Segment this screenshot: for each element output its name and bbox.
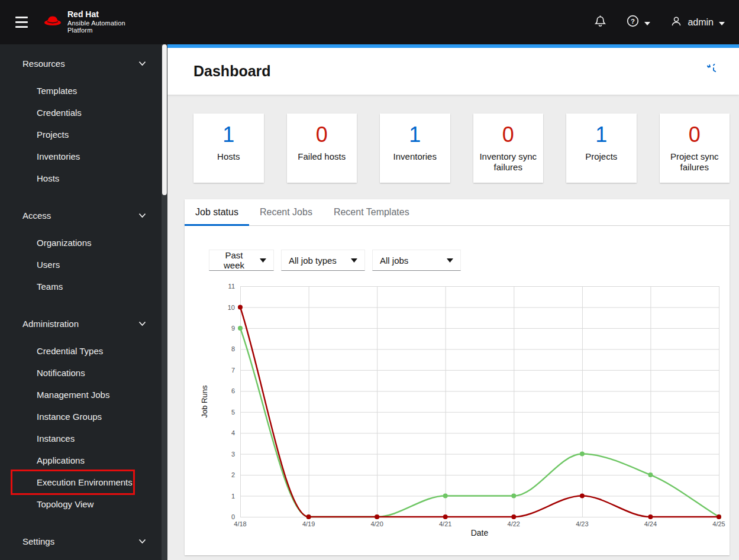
sidebar-item-teams[interactable]: Teams	[0, 276, 162, 297]
tab-job-status[interactable]: Job status	[185, 199, 249, 225]
tabs: Job statusRecent JobsRecent Templates	[185, 199, 730, 226]
series-line-successful-jobs	[240, 328, 719, 517]
sidebar-item-applications[interactable]: Applications	[0, 449, 162, 471]
tab-recent-jobs[interactable]: Recent Jobs	[249, 199, 323, 225]
help-dropdown[interactable]: ?	[627, 15, 650, 30]
sidebar-item-topology-view[interactable]: Topology View	[0, 493, 162, 515]
nav-section-title: Access	[22, 211, 51, 221]
chart-gridlines	[240, 286, 719, 517]
chevron-down-icon	[138, 321, 146, 326]
redhat-hat-icon	[43, 14, 62, 30]
stat-card-failed-hosts[interactable]: 0Failed hosts	[287, 114, 357, 183]
data-point-failed-jobs	[443, 514, 448, 519]
stat-value: 0	[292, 123, 353, 147]
stat-label: Inventory sync failures	[478, 151, 539, 174]
nav-section-access: AccessOrganizationsUsersTeams	[0, 202, 162, 297]
svg-text:4: 4	[231, 429, 235, 436]
stat-card-inventories[interactable]: 1Inventories	[380, 114, 450, 183]
history-button[interactable]	[707, 64, 720, 79]
filter-selected-value: All jobs	[380, 255, 408, 266]
stat-value: 1	[385, 123, 446, 147]
masthead-tools: ? admin	[594, 15, 725, 30]
bell-icon	[594, 15, 606, 30]
stat-card-hosts[interactable]: 1Hosts	[193, 114, 264, 183]
sidebar-item-instance-groups[interactable]: Instance Groups	[0, 406, 162, 428]
data-point-failed-jobs	[717, 514, 721, 519]
sidebar-scrollbar[interactable]	[162, 44, 167, 560]
svg-text:3: 3	[231, 451, 235, 458]
stat-label: Project sync failures	[664, 151, 725, 174]
sidebar-item-label: Management Jobs	[37, 390, 109, 400]
sidebar-item-label: Hosts	[37, 173, 59, 183]
svg-text:0: 0	[231, 513, 235, 520]
svg-text:?: ?	[631, 18, 635, 25]
nav-expand-settings[interactable]: Settings	[0, 528, 162, 554]
sidebar-item-label: Notifications	[37, 368, 85, 378]
chevron-down-icon	[138, 539, 146, 544]
stat-card-project-sync-failures[interactable]: 0Project sync failures	[660, 114, 730, 183]
sidebar-item-inventories[interactable]: Inventories	[0, 145, 162, 167]
svg-text:4/21: 4/21	[439, 520, 451, 527]
sidebar-item-users[interactable]: Users	[0, 254, 162, 276]
nav-items-administration: Credential TypesNotificationsManagement …	[0, 340, 162, 515]
stat-card-inventory-sync-failures[interactable]: 0Inventory sync failures	[473, 114, 544, 183]
filter-selected-value: Past week	[217, 250, 251, 270]
nav-section-settings: Settings	[0, 528, 162, 554]
x-axis-label: Date	[471, 528, 489, 538]
filter-select-past-week[interactable]: Past week	[209, 250, 274, 271]
tab-recent-templates[interactable]: Recent Templates	[323, 199, 420, 225]
notifications-button[interactable]	[594, 15, 606, 30]
sidebar-item-execution-environments[interactable]: Execution Environments	[0, 471, 162, 493]
job-status-panel: Job statusRecent JobsRecent Templates Pa…	[185, 199, 730, 555]
caret-down-icon	[644, 17, 650, 28]
brand-line2: Ansible Automation	[67, 20, 125, 27]
user-menu[interactable]: admin	[670, 15, 725, 30]
sidebar-item-label: Users	[37, 260, 60, 270]
filter-select-all-job-types[interactable]: All job types	[281, 250, 365, 271]
question-circle-icon: ?	[627, 15, 639, 30]
data-point-failed-jobs	[648, 514, 653, 519]
nav-section-resources: ResourcesTemplatesCredentialsProjectsInv…	[0, 50, 162, 189]
svg-text:4/24: 4/24	[644, 520, 657, 527]
svg-text:4/19: 4/19	[302, 520, 315, 527]
stats-row: 1Hosts0Failed hosts1Inventories0Inventor…	[193, 114, 730, 183]
sidebar-item-hosts[interactable]: Hosts	[0, 167, 162, 189]
nav-expand-access[interactable]: Access	[0, 202, 162, 228]
svg-text:2: 2	[231, 471, 235, 478]
user-icon	[670, 15, 682, 30]
data-point-successful-jobs	[648, 472, 653, 477]
main-area: Dashboard 1Hosts0Failed hosts1Inventorie…	[167, 44, 739, 560]
sidebar-item-label: Topology View	[37, 499, 93, 509]
sidebar-item-management-jobs[interactable]: Management Jobs	[0, 384, 162, 406]
page-title: Dashboard	[193, 63, 271, 80]
sidebar: ResourcesTemplatesCredentialsProjectsInv…	[0, 44, 167, 560]
data-point-successful-jobs	[238, 326, 243, 331]
sidebar-item-label: Templates	[37, 86, 77, 96]
app-root: Red Hat Ansible Automation Platform	[0, 0, 739, 560]
nav-toggle-button[interactable]	[12, 13, 31, 31]
sidebar-item-organizations[interactable]: Organizations	[0, 232, 162, 254]
scrollbar-thumb[interactable]	[162, 44, 167, 195]
stat-label: Failed hosts	[292, 151, 353, 163]
nav-expand-resources[interactable]: Resources	[0, 50, 162, 76]
sidebar-item-instances[interactable]: Instances	[0, 428, 162, 449]
data-point-failed-jobs	[511, 514, 516, 519]
svg-text:9: 9	[231, 325, 235, 332]
chevron-down-icon	[138, 61, 146, 66]
filter-select-all-jobs[interactable]: All jobs	[372, 250, 461, 271]
stat-card-projects[interactable]: 1Projects	[566, 114, 637, 183]
sidebar-item-credentials[interactable]: Credentials	[0, 102, 162, 124]
sidebar-item-credential-types[interactable]: Credential Types	[0, 340, 162, 362]
sidebar-item-notifications[interactable]: Notifications	[0, 362, 162, 384]
brand-text: Red Hat Ansible Automation Platform	[67, 10, 125, 34]
svg-text:10: 10	[228, 304, 235, 311]
stat-value: 1	[571, 123, 632, 147]
sidebar-item-label: Instance Groups	[37, 412, 102, 422]
sidebar-item-templates[interactable]: Templates	[0, 80, 162, 102]
data-point-failed-jobs	[238, 305, 243, 310]
svg-text:7: 7	[231, 367, 235, 374]
caret-down-icon	[251, 258, 266, 263]
sidebar-item-projects[interactable]: Projects	[0, 124, 162, 145]
sidebar-nav: ResourcesTemplatesCredentialsProjectsInv…	[0, 44, 162, 554]
nav-expand-administration[interactable]: Administration	[0, 310, 162, 336]
